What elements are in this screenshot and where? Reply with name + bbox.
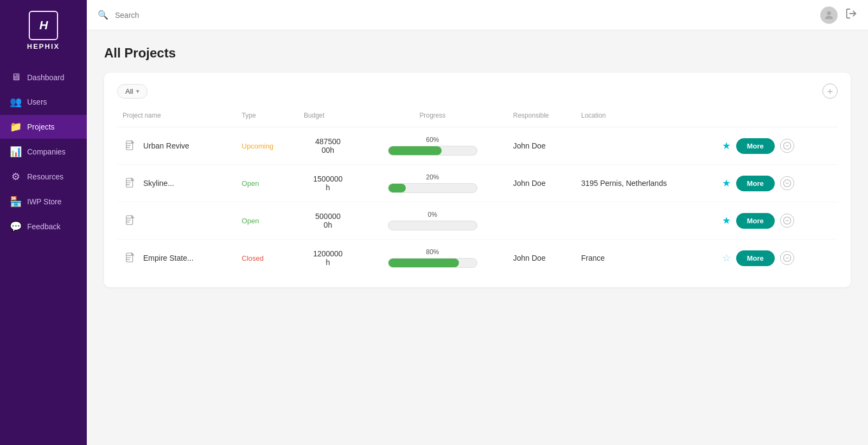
table-row: Empire State... Closed 1200000h 80% John… [117,240,838,277]
filter-dropdown[interactable]: All ▾ [117,84,148,99]
project-budget-cell-0: 48750000h [298,127,358,165]
sidebar-item-label: Resources [27,172,63,181]
logo-letter: H [40,20,48,31]
remove-button-2[interactable] [780,214,794,228]
table-row: Urban Revive Upcoming 48750000h 60% John… [117,127,838,165]
project-name: Urban Revive [143,141,189,150]
sidebar-item-iwpstore[interactable]: 🏪 IWP Store [0,190,87,214]
progress-label: 0% [428,211,437,218]
star-icon[interactable]: ★ [722,140,731,152]
project-type: Closed [242,254,264,262]
logo-text: HEPHIX [27,42,60,50]
project-progress-cell-0: 60% [358,127,508,165]
more-button-3[interactable]: More [736,250,775,266]
feedback-icon: 💬 [10,221,22,233]
star-icon[interactable]: ★ [722,177,731,189]
col-type: Type [237,108,299,127]
project-progress-cell-2: 0% [358,202,508,240]
sidebar-item-label: Projects [27,122,55,131]
dashboard-icon: 🖥 [10,72,22,83]
col-location: Location [576,108,717,127]
sidebar-item-projects[interactable]: 📁 Projects [0,115,87,139]
project-budget-cell-3: 1200000h [298,240,358,277]
filter-label: All [125,87,133,95]
project-actions-cell-1: ★ More [717,165,838,202]
project-icon [123,138,138,153]
sidebar-item-feedback[interactable]: 💬 Feedback [0,215,87,238]
project-location-cell-0 [576,127,717,165]
project-responsible-cell-0: John Doe [508,127,576,165]
project-type-cell-2: Open [237,202,299,240]
col-responsible: Responsible [508,108,576,127]
remove-button-0[interactable] [780,139,794,153]
more-button-0[interactable]: More [736,138,775,154]
project-name-cell-1: Skyline... [117,165,237,202]
sidebar-item-dashboard[interactable]: 🖥 Dashboard [0,66,87,89]
project-responsible-cell-1: John Doe [508,165,576,202]
sidebar-item-label: Dashboard [27,73,65,82]
remove-button-3[interactable] [780,251,794,265]
project-progress-cell-1: 20% [358,165,508,202]
project-name: Empire State... [143,254,194,262]
projects-card: All ▾ ＋ Project name Type Budget Progres… [104,73,851,287]
project-budget-cell-1: 1500000h [298,165,358,202]
star-icon-empty[interactable]: ☆ [722,252,731,264]
project-type-cell-1: Open [237,165,299,202]
progress-bar-fill [388,184,406,192]
project-location-cell-1: 3195 Pernis, Netherlands [576,165,717,202]
progress-bar-fill [388,146,442,155]
project-type: Upcoming [242,142,274,150]
logo-box: H [29,11,58,40]
progress-label: 60% [426,136,439,144]
chevron-down-icon: ▾ [136,88,139,95]
progress-bar [388,183,477,193]
filter-row: All ▾ ＋ [117,83,838,99]
sidebar: H HEPHIX 🖥 Dashboard 👥 Users 📁 Projects … [0,0,87,445]
project-name-cell-0: Urban Revive [117,127,237,165]
content: All Projects All ▾ ＋ Project name Type B… [87,30,868,445]
logo: H HEPHIX [27,11,60,50]
sidebar-item-resources[interactable]: ⚙ Resources [0,165,87,189]
project-name-cell-3: Empire State... [117,240,237,277]
sidebar-item-users[interactable]: 👥 Users [0,90,87,114]
project-type: Open [242,179,259,188]
svg-point-0 [827,11,831,15]
search-input[interactable] [115,11,814,20]
sidebar-item-label: Companies [27,147,66,156]
project-type-cell-0: Upcoming [237,127,299,165]
sidebar-nav: 🖥 Dashboard 👥 Users 📁 Projects 📊 Compani… [0,66,87,238]
page-title: All Projects [104,46,851,61]
more-button-2[interactable]: More [736,213,775,229]
add-project-button[interactable]: ＋ [822,83,838,99]
project-icon [123,176,138,191]
project-actions-cell-2: ★ More [717,202,838,240]
progress-bar [388,258,477,268]
col-budget: Budget [298,108,358,127]
project-type-cell-3: Closed [237,240,299,277]
progress-bar [388,146,477,156]
remove-button-1[interactable] [780,176,794,190]
projects-icon: 📁 [10,121,22,133]
more-button-1[interactable]: More [736,176,775,191]
progress-label: 80% [426,248,439,256]
progress-bar [388,221,477,230]
sidebar-item-label: IWP Store [27,197,62,206]
project-location-cell-3: France [576,240,717,277]
col-progress: Progress [358,108,508,127]
project-responsible-cell-2 [508,202,576,240]
project-type: Open [242,217,259,225]
project-icon [123,250,138,266]
progress-label: 20% [426,173,439,181]
sidebar-item-companies[interactable]: 📊 Companies [0,140,87,164]
col-project-name: Project name [117,108,237,127]
project-location-cell-2 [576,202,717,240]
project-actions-cell-0: ★ More [717,127,838,165]
star-icon[interactable]: ★ [722,215,731,227]
table-header-row: Project name Type Budget Progress Respon… [117,108,838,127]
projects-table: Project name Type Budget Progress Respon… [117,108,838,276]
project-responsible-cell-3: John Doe [508,240,576,277]
logout-icon[interactable] [845,8,857,22]
project-actions-cell-3: ☆ More [717,240,838,277]
project-name: Skyline... [143,179,174,188]
search-icon: 🔍 [98,10,108,20]
